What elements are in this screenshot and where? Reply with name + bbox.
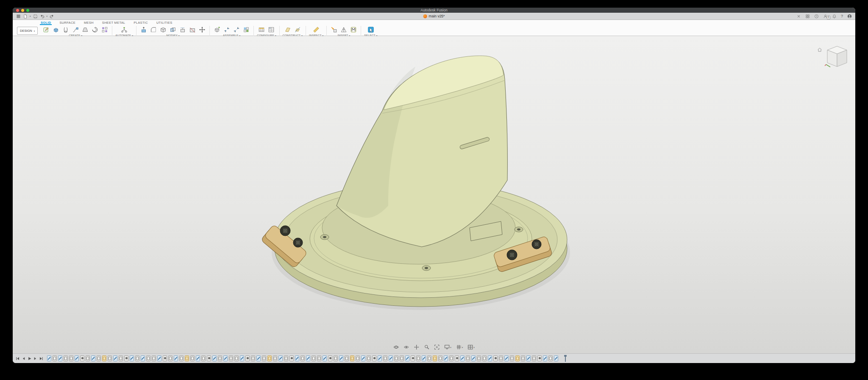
timeline-feature-hole[interactable] <box>537 355 542 361</box>
timeline-feature-feature[interactable] <box>499 355 503 361</box>
timeline-feature-feature[interactable] <box>400 355 404 361</box>
construction-plane-button[interactable] <box>284 25 292 34</box>
timeline-feature-sketch[interactable] <box>422 355 426 361</box>
insert-mcmaster-button[interactable] <box>349 25 358 34</box>
timeline-feature-feature[interactable] <box>64 355 68 361</box>
tab-mesh[interactable]: MESH <box>83 20 95 25</box>
timeline-feature-sketch[interactable] <box>444 355 448 361</box>
timeline-feature-sketch[interactable] <box>339 355 343 361</box>
viewport-canvas[interactable]: ▾▾▾ <box>13 36 855 353</box>
offset-face-button[interactable] <box>178 25 187 34</box>
timeline-feature-sketch[interactable] <box>240 355 244 361</box>
go-to-end-button[interactable] <box>39 356 44 361</box>
timeline-feature-sketch[interactable] <box>526 355 531 361</box>
timeline-feature-feature[interactable] <box>449 355 453 361</box>
timeline-feature-feature[interactable] <box>135 355 139 361</box>
file-menu-icon[interactable] <box>23 14 28 19</box>
timeline-feature-sketch[interactable] <box>130 355 134 361</box>
undo-icon[interactable] <box>40 14 45 19</box>
timeline-feature-feature[interactable] <box>416 355 420 361</box>
timeline-feature-feature[interactable] <box>317 355 321 361</box>
job-status-button[interactable] <box>814 14 819 19</box>
combine-button[interactable] <box>169 25 177 34</box>
timeline-feature-sketch[interactable] <box>141 355 145 361</box>
timeline-feature-feature[interactable] <box>548 355 553 361</box>
timeline-feature-feature[interactable] <box>168 355 172 361</box>
timeline-feature-feature[interactable] <box>438 355 442 361</box>
timeline-feature-sketch[interactable] <box>91 355 95 361</box>
timeline-feature-feature[interactable] <box>234 355 239 361</box>
fillet-button[interactable] <box>149 25 158 34</box>
move-copy-button[interactable] <box>198 25 206 34</box>
timeline-feature-joint[interactable] <box>102 355 106 361</box>
timeline-feature-feature[interactable] <box>152 355 156 361</box>
timeline-track[interactable] <box>47 354 853 363</box>
timeline-feature-feature[interactable] <box>510 355 514 361</box>
timeline-feature-sketch[interactable] <box>389 355 393 361</box>
tab-utilities[interactable]: UTILITIES <box>156 20 173 25</box>
timeline-feature-feature[interactable] <box>334 355 338 361</box>
timeline-feature-sketch[interactable] <box>113 355 117 361</box>
timeline-feature-feature[interactable] <box>521 355 525 361</box>
timeline-feature-joint[interactable] <box>433 355 437 361</box>
extrude-button[interactable] <box>52 25 60 34</box>
timeline-feature-feature[interactable] <box>97 355 101 361</box>
close-window-button[interactable] <box>16 9 19 12</box>
timeline-feature-feature[interactable] <box>251 355 255 361</box>
configuration-table-button[interactable] <box>267 25 275 34</box>
timeline-feature-sketch[interactable] <box>405 355 409 361</box>
timeline-feature-feature[interactable] <box>53 355 57 361</box>
timeline-playhead[interactable] <box>565 355 566 362</box>
configuration-button[interactable] <box>257 25 266 34</box>
timeline-feature-sketch[interactable] <box>75 355 79 361</box>
timeline-feature-sketch[interactable] <box>504 355 509 361</box>
play-button[interactable] <box>27 356 32 361</box>
timeline-feature-joint[interactable] <box>350 355 354 361</box>
timeline-feature-sketch[interactable] <box>157 355 161 361</box>
timeline-feature-feature[interactable] <box>367 355 371 361</box>
timeline-feature-feature[interactable] <box>190 355 195 361</box>
timeline-feature-feature[interactable] <box>262 355 266 361</box>
home-view-icon[interactable] <box>817 46 822 51</box>
timeline-feature-hole[interactable] <box>455 355 459 361</box>
step-forward-button[interactable] <box>33 356 38 361</box>
timeline-feature-feature[interactable] <box>482 355 487 361</box>
timeline-feature-feature[interactable] <box>201 355 206 361</box>
insert-derive-button[interactable] <box>330 25 338 34</box>
timeline-feature-joint[interactable] <box>515 355 520 361</box>
close-button[interactable] <box>796 14 801 19</box>
look-at-button[interactable] <box>403 344 409 350</box>
measure-button[interactable] <box>312 25 320 34</box>
timeline-feature-feature[interactable] <box>532 355 536 361</box>
zoom-button[interactable] <box>424 344 429 350</box>
timeline-feature-hole[interactable] <box>289 355 294 361</box>
timeline-feature-sketch[interactable] <box>554 355 558 361</box>
timeline-feature-feature[interactable] <box>394 355 398 361</box>
timeline-feature-sketch[interactable] <box>278 355 283 361</box>
timeline-feature-feature[interactable] <box>119 355 123 361</box>
timeline-feature-feature[interactable] <box>218 355 222 361</box>
extensions-button[interactable] <box>805 14 810 19</box>
timeline-feature-sketch[interactable] <box>306 355 310 361</box>
tab-surface[interactable]: SURFACE <box>58 20 76 25</box>
new-component-button[interactable] <box>213 25 221 34</box>
timeline-feature-sketch[interactable] <box>223 355 228 361</box>
timeline-feature-hole[interactable] <box>163 355 167 361</box>
timeline-feature-feature[interactable] <box>312 355 316 361</box>
timeline-feature-feature[interactable] <box>427 355 431 361</box>
timeline-feature-feature[interactable] <box>300 355 305 361</box>
tab-plastic[interactable]: PLASTIC <box>133 20 149 25</box>
timeline-feature-hole[interactable] <box>124 355 128 361</box>
timeline-feature-sketch[interactable] <box>323 355 327 361</box>
timeline-feature-hole[interactable] <box>207 355 211 361</box>
timeline-feature-feature[interactable] <box>146 355 150 361</box>
timeline-feature-feature[interactable] <box>108 355 112 361</box>
timeline-feature-hole[interactable] <box>245 355 250 361</box>
fullscreen-window-button[interactable] <box>26 9 29 12</box>
view-cube[interactable] <box>817 45 850 73</box>
timeline-feature-feature[interactable] <box>284 355 288 361</box>
timeline-feature-hole[interactable] <box>493 355 498 361</box>
timeline-feature-feature[interactable] <box>229 355 233 361</box>
tab-solid[interactable]: SOLID <box>40 20 52 25</box>
timeline-feature-feature[interactable] <box>273 355 277 361</box>
